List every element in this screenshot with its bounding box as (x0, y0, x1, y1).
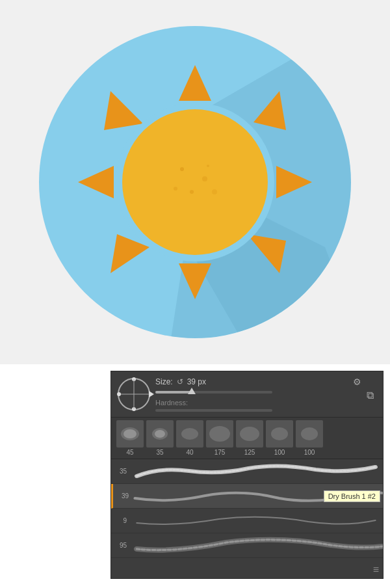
brush-thumb-img-4 (206, 420, 233, 448)
crosshair-dot-left (117, 392, 121, 396)
crosshair-icon (118, 378, 150, 410)
brush-size-1: 35 (111, 468, 129, 475)
brush-thumb-1[interactable]: 45 (116, 420, 144, 456)
brush-tooltip: Dry Brush 1 #2 (324, 490, 380, 502)
brush-thumb-label-3: 40 (186, 449, 193, 456)
size-label: Size: (155, 377, 173, 386)
brush-thumb-label-7: 100 (304, 449, 315, 456)
brush-thumb-img-2 (146, 420, 174, 448)
svg-marker-8 (78, 166, 114, 198)
svg-marker-4 (276, 166, 312, 198)
brush-thumb-label-4: 175 (214, 449, 226, 456)
brush-thumb-img-1 (116, 420, 144, 448)
svg-point-11 (122, 109, 268, 255)
brush-list: 35 39 Dry Brush 1 #2 9 (111, 459, 383, 558)
brush-thumb-4[interactable]: 175 (206, 420, 233, 456)
brush-thumb-7[interactable]: 100 (296, 420, 323, 456)
svg-point-15 (207, 165, 209, 167)
svg-marker-9 (104, 91, 143, 130)
svg-point-19 (124, 429, 136, 438)
panel-right-icons: ⧉ (367, 388, 376, 401)
brush-panel: Size: ↺ 39 px ⚙ Hardness: ⧉ (110, 371, 384, 579)
svg-point-21 (155, 430, 165, 438)
brush-thumb-label-6: 100 (274, 449, 285, 456)
brush-thumb-5[interactable]: 125 (236, 420, 263, 456)
svg-point-16 (174, 187, 177, 191)
size-slider-fill (155, 391, 190, 394)
svg-marker-3 (254, 91, 286, 130)
brush-thumb-img-7 (296, 420, 323, 448)
brush-thumb-6[interactable]: 100 (266, 420, 293, 456)
hardness-slider-track[interactable] (155, 409, 272, 412)
sun-illustration (0, 0, 390, 364)
brush-thumb-label-1: 45 (126, 449, 133, 456)
brush-thumb-3[interactable]: 40 (176, 420, 203, 456)
brush-preview-1 (129, 461, 383, 482)
hardness-label: Hardness: (155, 399, 361, 407)
svg-point-22 (181, 428, 198, 440)
copy-icon[interactable]: ⧉ (367, 390, 374, 401)
brush-thumb-label-5: 125 (244, 449, 255, 456)
brush-preview-4 (129, 535, 383, 556)
brush-size-4: 95 (111, 542, 129, 549)
brush-thumb-img-5 (236, 420, 263, 448)
crosshair-dot-top (132, 377, 136, 381)
reset-icon[interactable]: ↺ (177, 377, 183, 386)
brush-preview-3 (129, 511, 383, 531)
svg-marker-2 (179, 65, 211, 101)
size-slider-track[interactable] (155, 391, 272, 394)
brush-thumb-img-6 (266, 420, 293, 448)
panel-top-controls: Size: ↺ 39 px ⚙ Hardness: ⧉ (111, 371, 383, 418)
svg-point-13 (202, 176, 207, 181)
gear-icon[interactable]: ⚙ (353, 377, 361, 387)
brush-list-item-1[interactable]: 35 (111, 459, 383, 484)
sun-background-circle (39, 26, 351, 338)
brush-list-item-4[interactable]: 95 (111, 533, 383, 558)
svg-point-17 (212, 189, 217, 194)
svg-point-25 (271, 427, 288, 440)
brush-thumbnails-row: 45 35 40 175 125 (111, 418, 383, 459)
brush-thumb-img-3 (176, 420, 203, 448)
crosshair-dot-bottom (132, 407, 136, 411)
size-slider-container[interactable] (155, 391, 361, 394)
panel-controls: Size: ↺ 39 px ⚙ Hardness: (155, 377, 361, 412)
svg-point-14 (190, 190, 194, 194)
crosshair-arrow-right (149, 391, 154, 397)
brush-thumb-2[interactable]: 35 (146, 420, 174, 456)
svg-point-12 (180, 167, 184, 171)
size-value: 39 px (187, 377, 206, 386)
brush-thumb-label-2: 35 (156, 449, 163, 456)
brush-size-3: 9 (111, 517, 129, 524)
brush-list-item-2[interactable]: 39 Dry Brush 1 #2 (111, 484, 383, 509)
size-row: Size: ↺ 39 px ⚙ (155, 377, 361, 387)
svg-point-23 (209, 426, 230, 442)
sun-svg (39, 26, 351, 338)
svg-point-26 (301, 427, 318, 440)
size-slider-thumb[interactable] (188, 388, 196, 394)
svg-point-24 (240, 427, 259, 441)
brush-list-item-3[interactable]: 9 (111, 509, 383, 533)
brush-size-2: 39 (113, 492, 131, 500)
scroll-indicator: ≡ (373, 564, 379, 576)
